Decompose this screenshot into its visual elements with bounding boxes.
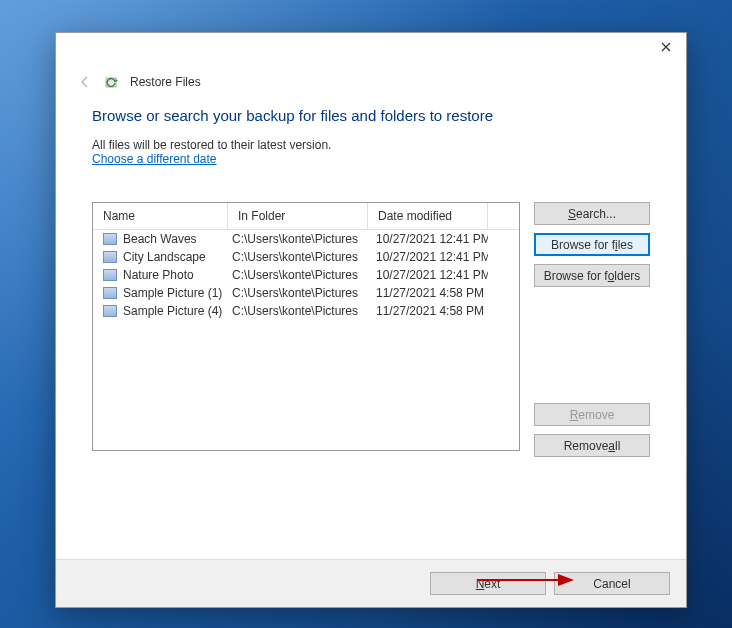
file-date: 10/27/2021 12:41 PM (368, 232, 488, 246)
remove-button[interactable]: Remove (534, 403, 650, 426)
side-button-panel: Search... Browse for files Browse for fo… (534, 202, 650, 457)
back-button[interactable] (76, 73, 94, 91)
list-item[interactable]: City LandscapeC:\Users\konte\Pictures10/… (93, 248, 519, 266)
window-title: Restore Files (130, 75, 201, 89)
restore-files-dialog: Restore Files Browse or search your back… (55, 32, 687, 608)
file-name: Sample Picture (4) (123, 304, 222, 318)
page-headline: Browse or search your backup for files a… (92, 107, 650, 124)
file-date: 11/27/2021 4:58 PM (368, 286, 488, 300)
image-file-icon (103, 251, 117, 263)
next-button[interactable]: Next (430, 572, 546, 595)
list-item[interactable]: Sample Picture (4)C:\Users\konte\Picture… (93, 302, 519, 320)
list-item[interactable]: Nature PhotoC:\Users\konte\Pictures10/27… (93, 266, 519, 284)
image-file-icon (103, 269, 117, 281)
file-folder: C:\Users\konte\Pictures (228, 232, 368, 246)
close-icon (661, 42, 671, 52)
titlebar (56, 33, 686, 61)
search-button[interactable]: Search... (534, 202, 650, 225)
file-name: Beach Waves (123, 232, 197, 246)
file-list[interactable]: Name In Folder Date modified Beach Waves… (92, 202, 520, 451)
version-note: All files will be restored to their late… (92, 138, 650, 152)
column-name-header[interactable]: Name (93, 203, 228, 230)
file-date: 10/27/2021 12:41 PM (368, 268, 488, 282)
column-folder-header[interactable]: In Folder (228, 203, 368, 230)
back-arrow-icon (78, 75, 92, 89)
column-pad (488, 203, 519, 230)
image-file-icon (103, 233, 117, 245)
file-name: City Landscape (123, 250, 206, 264)
file-folder: C:\Users\konte\Pictures (228, 286, 368, 300)
list-item[interactable]: Beach WavesC:\Users\konte\Pictures10/27/… (93, 230, 519, 248)
file-name: Sample Picture (1) (123, 286, 222, 300)
file-list-header: Name In Folder Date modified (93, 203, 519, 230)
cancel-button[interactable]: Cancel (554, 572, 670, 595)
file-date: 10/27/2021 12:41 PM (368, 250, 488, 264)
file-name: Nature Photo (123, 268, 194, 282)
file-folder: C:\Users\konte\Pictures (228, 268, 368, 282)
file-folder: C:\Users\konte\Pictures (228, 304, 368, 318)
dialog-footer: Next Cancel (56, 559, 686, 607)
remove-all-button[interactable]: Remove all (534, 434, 650, 457)
file-date: 11/27/2021 4:58 PM (368, 304, 488, 318)
file-folder: C:\Users\konte\Pictures (228, 250, 368, 264)
list-item[interactable]: Sample Picture (1)C:\Users\konte\Picture… (93, 284, 519, 302)
close-button[interactable] (646, 33, 686, 61)
column-date-header[interactable]: Date modified (368, 203, 488, 230)
browse-folders-button[interactable]: Browse for folders (534, 264, 650, 287)
browse-files-button[interactable]: Browse for files (534, 233, 650, 256)
file-list-body: Beach WavesC:\Users\konte\Pictures10/27/… (93, 230, 519, 450)
image-file-icon (103, 305, 117, 317)
image-file-icon (103, 287, 117, 299)
choose-date-link[interactable]: Choose a different date (92, 152, 217, 166)
header-row: Restore Files (56, 61, 686, 101)
restore-app-icon (104, 74, 120, 90)
